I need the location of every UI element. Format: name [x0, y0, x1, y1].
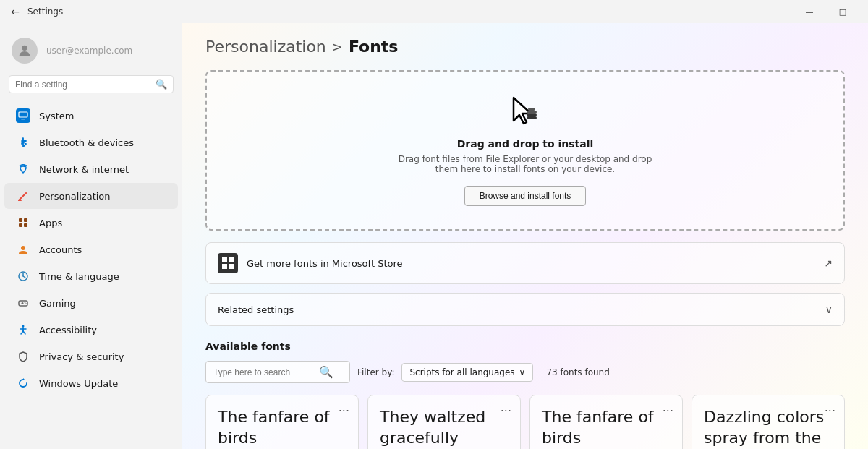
sidebar-item-gaming[interactable]: Gaming: [4, 290, 178, 316]
drag-cursor-icon: [221, 95, 829, 132]
font-card-preview: They waltzed gracefully through the air.: [380, 407, 509, 449]
gaming-icon: [16, 296, 30, 310]
chevron-down-icon: ∨: [825, 304, 833, 315]
svg-rect-9: [24, 223, 27, 227]
fonts-filter-row: 🔍 Filter by: Scripts for all languages ∨…: [205, 361, 845, 383]
related-settings-section[interactable]: Related settings ∨: [205, 293, 845, 326]
user-section: user@example.com: [0, 29, 182, 75]
store-text: Get more fonts in Microsoft Store: [247, 258, 815, 269]
svg-point-17: [25, 302, 26, 304]
svg-rect-7: [24, 218, 27, 222]
microsoft-store-section[interactable]: Get more fonts in Microsoft Store ↗: [205, 242, 845, 284]
sidebar-item-bluetooth[interactable]: Bluetooth & devices: [4, 129, 178, 155]
svg-rect-32: [229, 264, 234, 269]
sidebar-item-update[interactable]: Windows Update: [4, 370, 178, 396]
privacy-icon: [16, 349, 30, 364]
font-card-menu-button[interactable]: ···: [501, 404, 511, 418]
sidebar-item-personalization[interactable]: Personalization: [4, 183, 178, 209]
search-input[interactable]: [15, 80, 151, 90]
network-icon: [16, 162, 30, 176]
window-controls: — □: [793, 0, 859, 23]
sidebar-item-accounts[interactable]: Accounts: [4, 236, 178, 262]
main-layout: user@example.com 🔍 SystemBluetooth & dev…: [0, 23, 868, 449]
font-card-menu-button[interactable]: ···: [825, 404, 835, 418]
sidebar-item-label-personalization: Personalization: [39, 191, 111, 202]
avatar: [12, 38, 38, 64]
drag-drop-subtitle: Drag font files from File Explorer or yo…: [388, 154, 663, 174]
update-icon: [16, 376, 30, 390]
sidebar-item-time[interactable]: Time & language: [4, 263, 178, 289]
svg-rect-6: [19, 218, 22, 222]
svg-rect-25: [527, 114, 537, 116]
script-filter-value: Scripts for all languages: [409, 367, 514, 377]
accounts-icon: [16, 242, 30, 257]
svg-rect-29: [222, 257, 227, 262]
search-icon: 🔍: [156, 79, 167, 90]
search-box[interactable]: 🔍: [9, 75, 174, 93]
font-card[interactable]: ···Dazzling colors spray from the canvas…: [692, 395, 845, 449]
sidebar-item-apps[interactable]: Apps: [4, 210, 178, 236]
svg-line-4: [19, 193, 26, 200]
svg-line-13: [23, 276, 25, 278]
external-link-icon: ↗: [824, 257, 833, 269]
font-card[interactable]: ···They waltzed gracefully through the a…: [367, 395, 521, 449]
sidebar-item-privacy[interactable]: Privacy & security: [4, 343, 178, 369]
content-area: Personalization > Fonts Dra: [182, 23, 868, 449]
back-button[interactable]: ←: [9, 5, 22, 18]
available-fonts-title: Available fonts: [205, 341, 845, 352]
sidebar-item-label-time: Time & language: [39, 271, 119, 282]
breadcrumb: Personalization > Fonts: [205, 38, 845, 56]
time-icon: [16, 269, 30, 283]
breadcrumb-current: Fonts: [349, 38, 399, 56]
svg-line-23: [23, 331, 25, 334]
related-settings-label: Related settings: [218, 304, 294, 315]
svg-point-0: [22, 46, 27, 51]
font-card-menu-button[interactable]: ···: [339, 404, 349, 418]
accessibility-icon: [16, 322, 30, 337]
sidebar-item-label-apps: Apps: [39, 218, 62, 228]
maximize-button[interactable]: □: [826, 0, 859, 23]
svg-point-19: [22, 325, 25, 328]
svg-rect-30: [229, 257, 234, 262]
sidebar-item-network[interactable]: Network & internet: [4, 156, 178, 182]
sidebar-item-label-gaming: Gaming: [39, 298, 76, 309]
sidebar-item-accessibility[interactable]: Accessibility: [4, 317, 178, 343]
font-card-preview: Dazzling colors spray from the canvas.: [704, 407, 833, 449]
svg-point-10: [21, 246, 25, 250]
personalization-icon: [16, 189, 30, 203]
app-title: Settings: [27, 7, 63, 17]
drag-drop-area[interactable]: Drag and drop to install Drag font files…: [205, 70, 845, 231]
sidebar-item-label-accounts: Accounts: [39, 244, 82, 255]
filter-chevron-icon: ∨: [519, 367, 526, 377]
font-search-box[interactable]: 🔍: [205, 361, 350, 383]
font-search-input[interactable]: [213, 367, 315, 377]
sidebar: user@example.com 🔍 SystemBluetooth & dev…: [0, 23, 182, 449]
browse-install-button[interactable]: Browse and install fonts: [464, 186, 587, 206]
font-card-preview: The fanfare of birds announces the morni…: [542, 407, 671, 449]
font-card-preview: The fanfare of birds announces the morni…: [218, 407, 346, 449]
font-card[interactable]: ···The fanfare of birds announces the mo…: [205, 395, 359, 449]
user-name: user@example.com: [46, 46, 132, 56]
sidebar-item-label-privacy: Privacy & security: [39, 351, 124, 362]
filter-by-label: Filter by:: [357, 367, 394, 377]
svg-rect-26: [527, 111, 537, 114]
svg-rect-31: [222, 264, 227, 269]
svg-marker-24: [23, 378, 25, 380]
bluetooth-icon: [16, 135, 30, 150]
breadcrumb-parent[interactable]: Personalization: [205, 38, 326, 56]
sidebar-item-label-system: System: [39, 111, 74, 121]
svg-rect-8: [19, 223, 22, 227]
minimize-button[interactable]: —: [793, 0, 826, 23]
font-card[interactable]: ···The fanfare of birds announces the mo…: [529, 395, 683, 449]
font-cards-grid: ···The fanfare of birds announces the mo…: [205, 395, 845, 449]
svg-rect-3: [21, 119, 25, 119]
font-card-menu-button[interactable]: ···: [663, 404, 673, 418]
sidebar-item-label-network: Network & internet: [39, 164, 129, 175]
fonts-count: 73 fonts found: [546, 367, 609, 377]
script-filter-dropdown[interactable]: Scripts for all languages ∨: [401, 363, 533, 382]
font-search-icon: 🔍: [319, 365, 333, 379]
sidebar-item-system[interactable]: System: [4, 103, 178, 129]
breadcrumb-separator: >: [332, 39, 343, 54]
sidebar-item-label-bluetooth: Bluetooth & devices: [39, 137, 134, 148]
svg-rect-27: [528, 108, 535, 111]
